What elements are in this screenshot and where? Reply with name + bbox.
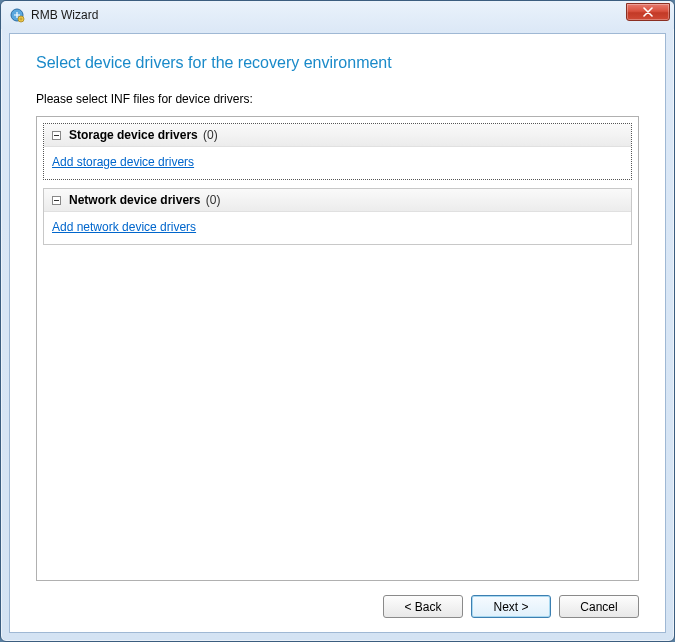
collapse-minus-icon[interactable] — [52, 196, 61, 205]
close-button[interactable] — [626, 3, 670, 21]
network-section-header[interactable]: Network device drivers (0) — [44, 189, 631, 212]
storage-section-header[interactable]: Storage device drivers (0) — [44, 124, 631, 147]
back-button[interactable]: < Back — [383, 595, 463, 618]
wizard-window: RMB Wizard Select device drivers for the… — [0, 0, 675, 642]
storage-section-body: Add storage device drivers — [44, 147, 631, 179]
titlebar: RMB Wizard — [1, 1, 674, 29]
add-storage-drivers-link[interactable]: Add storage device drivers — [52, 155, 194, 169]
storage-section-title: Storage device drivers — [69, 128, 198, 142]
button-row: < Back Next > Cancel — [36, 581, 639, 618]
window-title: RMB Wizard — [31, 8, 626, 22]
app-icon — [9, 7, 25, 23]
next-button[interactable]: Next > — [471, 595, 551, 618]
instruction-text: Please select INF files for device drive… — [36, 92, 639, 106]
add-network-drivers-link[interactable]: Add network device drivers — [52, 220, 196, 234]
network-section-title: Network device drivers — [69, 193, 200, 207]
close-icon — [643, 7, 653, 17]
network-section-count: (0) — [206, 193, 221, 207]
collapse-minus-icon[interactable] — [52, 131, 61, 140]
page-heading: Select device drivers for the recovery e… — [36, 54, 639, 72]
network-drivers-section: Network device drivers (0) Add network d… — [43, 188, 632, 245]
drivers-panel: Storage device drivers (0) Add storage d… — [36, 116, 639, 581]
storage-drivers-section: Storage device drivers (0) Add storage d… — [43, 123, 632, 180]
network-section-body: Add network device drivers — [44, 212, 631, 244]
content-frame: Select device drivers for the recovery e… — [9, 33, 666, 633]
cancel-button[interactable]: Cancel — [559, 595, 639, 618]
storage-section-count: (0) — [203, 128, 218, 142]
